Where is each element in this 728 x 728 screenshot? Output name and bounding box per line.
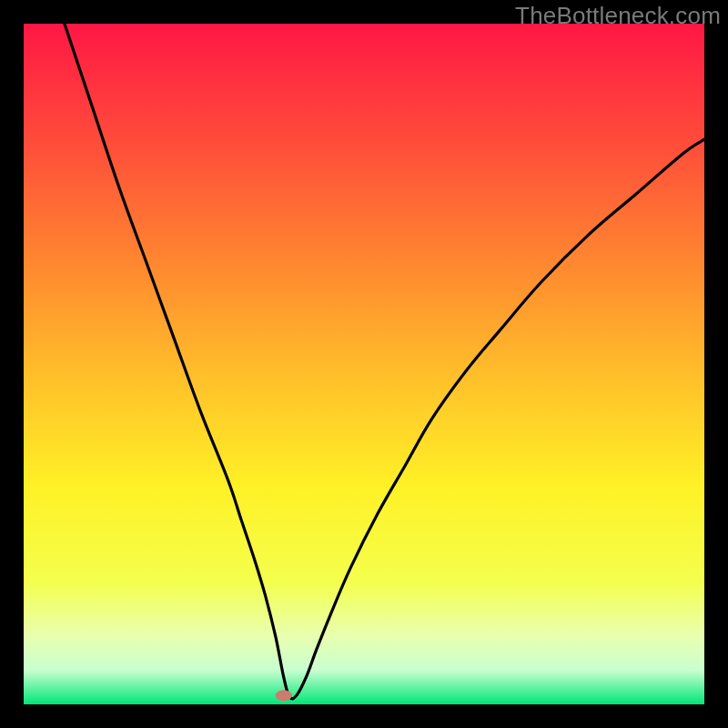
chart-container: { "watermark": "TheBottleneck.com", "plo… bbox=[0, 0, 728, 728]
bottleneck-chart bbox=[0, 0, 728, 728]
gradient-background bbox=[24, 24, 704, 704]
optimal-point-marker bbox=[276, 690, 292, 701]
